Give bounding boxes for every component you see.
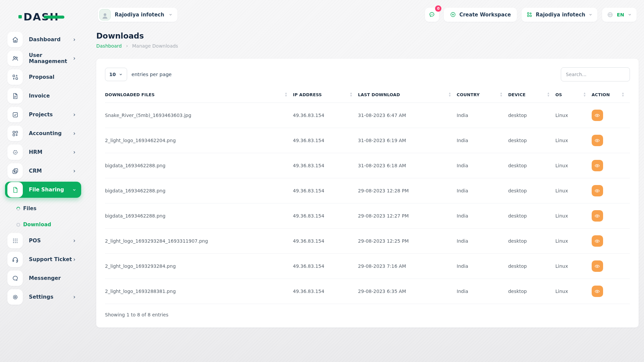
brand-logo[interactable]: DASH xyxy=(0,5,87,29)
users-icon xyxy=(7,51,23,66)
chevron-right-icon xyxy=(72,38,76,42)
column-header-last-download[interactable]: LAST DOWNLOAD▲▼ xyxy=(358,90,457,103)
cell-last_download: 31-08-2023 6:18 AM xyxy=(358,153,457,178)
column-header-ip-address[interactable]: IP ADDRESS▲▼ xyxy=(293,90,358,103)
cell-country: India xyxy=(457,153,508,178)
hrm-icon xyxy=(7,144,23,160)
column-header-action[interactable]: ACTION▲▼ xyxy=(592,90,630,103)
cell-file: 2_light_logo_1693293284_1693311907.png xyxy=(105,229,293,254)
home-icon xyxy=(7,32,23,47)
column-header-inner: ACTION▲▼ xyxy=(592,92,626,97)
cell-action xyxy=(592,254,630,279)
view-action-button[interactable] xyxy=(592,135,603,146)
cell-device: desktop xyxy=(508,153,555,178)
sidebar-item-label: Messenger xyxy=(29,275,81,281)
entries-per-page-select[interactable]: 10 xyxy=(105,68,127,81)
search-input[interactable] xyxy=(561,67,630,81)
column-header-downloaded-files[interactable]: DOWNLOADED FILES▲▼ xyxy=(105,90,293,103)
sort-arrows-icon[interactable]: ▲▼ xyxy=(500,92,502,97)
create-workspace-label: Create Workspace xyxy=(459,12,511,18)
sidebar-nav: DashboardUser ManagementProposalInvoiceP… xyxy=(0,29,87,305)
table-row: 2_light_logo_1693288381.png49.36.83.1542… xyxy=(105,279,630,304)
cell-country: India xyxy=(457,203,508,229)
workspace-selector[interactable]: Rajodiya infotech xyxy=(98,8,177,22)
cell-os: Linux xyxy=(555,153,592,178)
table-row: 2_light_logo_1693293284_1693311907.png49… xyxy=(105,229,630,254)
sidebar-item-label: File Sharing xyxy=(29,187,72,193)
file-sharing-icon xyxy=(7,182,23,197)
cell-action xyxy=(592,103,630,128)
column-header-os[interactable]: OS▲▼ xyxy=(555,90,592,103)
view-action-button[interactable] xyxy=(592,160,603,171)
cell-country: India xyxy=(457,178,508,203)
cell-file: 2_light_logo_1693293284.png xyxy=(105,254,293,279)
view-action-button[interactable] xyxy=(592,286,603,297)
cell-device: desktop xyxy=(508,203,555,229)
sidebar-item-label: Settings xyxy=(29,294,72,300)
sort-arrows-icon[interactable]: ▲▼ xyxy=(547,92,549,97)
sidebar-item-proposal[interactable]: Proposal xyxy=(5,69,81,85)
invoice-icon xyxy=(7,88,23,104)
topbar: Rajodiya infotech 0 Create Workspace Raj… xyxy=(87,0,644,24)
grid-plus-icon xyxy=(526,11,533,18)
language-selector[interactable]: EN xyxy=(602,8,637,22)
view-action-button[interactable] xyxy=(592,110,603,121)
sidebar-item-hrm[interactable]: HRM xyxy=(5,144,81,160)
chevron-right-icon xyxy=(72,150,76,155)
support-ticket-icon xyxy=(7,252,23,267)
sort-arrows-icon[interactable]: ▲▼ xyxy=(449,92,450,97)
column-header-country[interactable]: COUNTRY▲▼ xyxy=(457,90,508,103)
view-action-button[interactable] xyxy=(592,235,603,247)
chevron-right-icon xyxy=(72,56,76,61)
language-code: EN xyxy=(617,12,624,17)
chevron-down-icon xyxy=(588,12,593,17)
cell-ip: 49.36.83.154 xyxy=(293,229,358,254)
sidebar-subitem-download[interactable]: Download xyxy=(0,217,87,233)
sort-arrows-icon[interactable]: ▲▼ xyxy=(622,92,624,97)
cell-device: desktop xyxy=(508,128,555,153)
sidebar-item-crm[interactable]: CRM xyxy=(5,163,81,179)
crm-icon xyxy=(7,163,23,179)
sidebar-item-projects[interactable]: Projects xyxy=(5,107,81,123)
sidebar-item-settings[interactable]: Settings xyxy=(5,289,81,305)
breadcrumb-dashboard-link[interactable]: Dashboard xyxy=(96,43,122,49)
cell-os: Linux xyxy=(555,254,592,279)
cell-country: India xyxy=(457,254,508,279)
main-content: Downloads Dashboard Manage Downloads 10 … xyxy=(87,24,644,362)
sort-arrows-icon[interactable]: ▲▼ xyxy=(285,92,287,97)
sidebar-item-support-ticket[interactable]: Support Ticket xyxy=(5,251,81,267)
sidebar-subitem-files[interactable]: Files xyxy=(0,200,87,217)
sidebar-item-dashboard[interactable]: Dashboard xyxy=(5,32,81,48)
create-workspace-button[interactable]: Create Workspace xyxy=(444,8,517,22)
sidebar-item-file-sharing[interactable]: File Sharing xyxy=(5,182,81,198)
downloads-card: 10 entries per page DOWNLOADED FILES▲▼IP… xyxy=(96,59,639,327)
table-header: DOWNLOADED FILES▲▼IP ADDRESS▲▼LAST DOWNL… xyxy=(105,90,630,103)
cell-device: desktop xyxy=(508,103,555,128)
column-header-device[interactable]: DEVICE▲▼ xyxy=(508,90,555,103)
sort-arrows-icon[interactable]: ▲▼ xyxy=(350,92,352,97)
sidebar-item-label: Invoice xyxy=(29,93,81,99)
cell-file: Snake_River_(5mb)_1693463603.jpg xyxy=(105,103,293,128)
cell-ip: 49.36.83.154 xyxy=(293,279,358,304)
column-label: COUNTRY xyxy=(457,92,480,97)
sidebar-item-accounting[interactable]: Accounting xyxy=(5,125,81,141)
view-action-button[interactable] xyxy=(592,260,603,272)
cell-device: desktop xyxy=(508,279,555,304)
column-label: LAST DOWNLOAD xyxy=(358,92,400,97)
sort-arrows-icon[interactable]: ▲▼ xyxy=(584,92,585,97)
workspace-dropdown-label: Rajodiya infotech xyxy=(536,12,585,18)
messages-button[interactable]: 0 xyxy=(425,8,439,22)
pos-icon xyxy=(7,233,23,248)
sidebar-item-label: Accounting xyxy=(29,130,72,136)
sidebar-item-user-management[interactable]: User Management xyxy=(5,50,81,66)
sidebar-item-label: Projects xyxy=(29,112,72,118)
view-action-button[interactable] xyxy=(592,185,603,196)
cell-os: Linux xyxy=(555,128,592,153)
view-action-button[interactable] xyxy=(592,210,603,222)
workspace-name: Rajodiya infotech xyxy=(115,12,164,18)
sidebar-item-messenger[interactable]: Messenger xyxy=(5,270,81,286)
cell-action xyxy=(592,203,630,229)
workspace-dropdown[interactable]: Rajodiya infotech xyxy=(522,8,597,22)
sidebar-item-invoice[interactable]: Invoice xyxy=(5,88,81,104)
sidebar-item-pos[interactable]: POS xyxy=(5,233,81,249)
